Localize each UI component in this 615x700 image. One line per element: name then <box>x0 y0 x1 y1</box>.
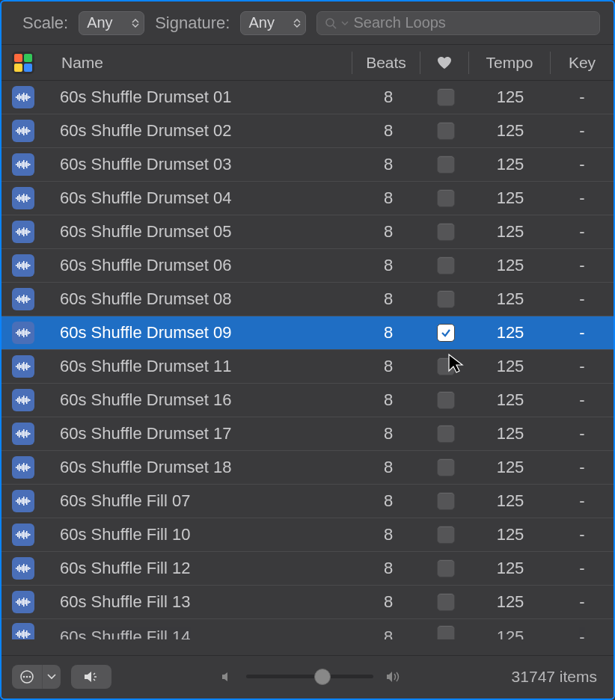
svg-rect-154 <box>19 598 20 606</box>
column-header-favorite[interactable] <box>420 55 468 70</box>
column-header-tempo[interactable]: Tempo <box>469 54 550 72</box>
favorite-checkbox[interactable] <box>437 88 455 106</box>
favorite-checkbox[interactable] <box>437 625 455 640</box>
svg-rect-52 <box>16 265 17 266</box>
svg-point-173 <box>23 675 25 678</box>
svg-rect-86 <box>22 363 23 369</box>
table-row[interactable]: 60s Shuffle Drumset 038125- <box>1 148 614 182</box>
svg-rect-82 <box>16 366 17 367</box>
favorite-checkbox[interactable] <box>437 526 455 544</box>
table-row[interactable]: 60s Shuffle Drumset 118125- <box>1 350 614 384</box>
loop-list[interactable]: 60s Shuffle Drumset 018125-60s Shuffle D… <box>1 81 614 655</box>
svg-rect-51 <box>29 231 31 233</box>
svg-rect-143 <box>17 566 19 571</box>
loop-key: - <box>551 188 614 208</box>
svg-rect-111 <box>29 433 31 435</box>
table-row[interactable]: 60s Shuffle Drumset 188125- <box>1 451 614 485</box>
table-row[interactable]: 60s Shuffle Fill 128125- <box>1 552 614 586</box>
loop-beats: 8 <box>355 592 422 612</box>
column-header-row: Name Beats Tempo Key <box>1 45 614 81</box>
svg-rect-59 <box>26 262 28 269</box>
svg-rect-16 <box>22 128 23 134</box>
column-header-beats[interactable]: Beats <box>352 54 420 72</box>
favorite-cell <box>422 621 470 639</box>
svg-rect-84 <box>19 363 20 370</box>
loop-beats: 8 <box>355 424 422 443</box>
view-toggle-button[interactable] <box>12 52 34 74</box>
svg-rect-152 <box>16 601 17 603</box>
scale-label: Scale: <box>22 13 68 33</box>
svg-rect-127 <box>23 497 25 506</box>
favorite-checkbox[interactable] <box>437 357 455 375</box>
svg-rect-10 <box>28 96 29 99</box>
table-row[interactable]: 60s Shuffle Drumset 098125- <box>1 316 614 350</box>
svg-rect-63 <box>17 297 19 301</box>
more-options-button[interactable] <box>12 665 42 689</box>
favorite-checkbox[interactable] <box>437 559 455 577</box>
loop-tempo: 125 <box>470 222 551 242</box>
loop-key: - <box>551 155 614 174</box>
favorite-checkbox[interactable] <box>437 458 455 476</box>
table-row[interactable]: 60s Shuffle Fill 148125- <box>1 619 614 639</box>
favorite-checkbox[interactable] <box>437 189 455 207</box>
favorite-checkbox[interactable] <box>437 391 455 409</box>
table-row[interactable]: 60s Shuffle Drumset 088125- <box>1 283 614 316</box>
loop-tempo: 125 <box>470 88 551 107</box>
column-header-name[interactable]: Name <box>45 54 352 72</box>
table-row[interactable]: 60s Shuffle Drumset 068125- <box>1 249 614 283</box>
favorite-checkbox[interactable] <box>437 122 455 140</box>
table-row[interactable]: 60s Shuffle Drumset 028125- <box>1 114 614 148</box>
svg-rect-165 <box>20 633 22 636</box>
loop-beats: 8 <box>355 627 422 640</box>
favorite-checkbox[interactable] <box>437 324 455 342</box>
favorite-cell <box>422 290 470 308</box>
svg-rect-7 <box>23 93 25 102</box>
favorite-cell <box>422 257 470 274</box>
volume-slider[interactable] <box>246 675 373 678</box>
favorite-checkbox[interactable] <box>437 425 455 443</box>
search-input[interactable]: Search Loops <box>316 11 600 35</box>
preview-button[interactable] <box>71 665 111 689</box>
svg-rect-23 <box>17 162 19 167</box>
svg-rect-93 <box>17 398 19 402</box>
favorite-checkbox[interactable] <box>437 223 455 241</box>
table-row[interactable]: 60s Shuffle Drumset 178125- <box>1 417 614 451</box>
audio-loop-icon <box>12 490 34 512</box>
svg-rect-145 <box>20 567 22 570</box>
scale-dropdown[interactable]: Any <box>79 11 144 35</box>
svg-rect-11 <box>29 96 31 98</box>
column-header-key[interactable]: Key <box>551 54 614 72</box>
svg-rect-157 <box>23 598 25 607</box>
favorite-checkbox[interactable] <box>437 156 455 174</box>
svg-rect-25 <box>20 163 22 166</box>
table-row[interactable]: 60s Shuffle Drumset 048125- <box>1 182 614 215</box>
svg-rect-30 <box>28 163 29 166</box>
svg-point-175 <box>29 675 31 678</box>
svg-rect-169 <box>26 630 28 638</box>
table-row[interactable]: 60s Shuffle Fill 078125- <box>1 485 614 518</box>
loop-beats: 8 <box>355 525 422 544</box>
more-options-chevron[interactable] <box>42 665 61 689</box>
loop-name: 60s Shuffle Drumset 08 <box>60 289 355 309</box>
table-row[interactable]: 60s Shuffle Fill 108125- <box>1 518 614 552</box>
signature-dropdown[interactable]: Any <box>240 11 306 35</box>
svg-rect-31 <box>29 164 31 165</box>
favorite-checkbox[interactable] <box>437 593 455 611</box>
loop-tempo: 125 <box>470 357 551 376</box>
svg-rect-72 <box>16 332 17 334</box>
favorite-checkbox[interactable] <box>437 290 455 308</box>
svg-rect-76 <box>22 330 23 336</box>
table-row[interactable]: 60s Shuffle Drumset 018125- <box>1 81 614 114</box>
table-row[interactable]: 60s Shuffle Fill 138125- <box>1 586 614 619</box>
audio-loop-icon <box>12 288 34 310</box>
svg-rect-19 <box>26 127 28 135</box>
svg-rect-29 <box>26 161 28 168</box>
favorite-checkbox[interactable] <box>437 257 455 274</box>
table-row[interactable]: 60s Shuffle Drumset 168125- <box>1 384 614 417</box>
svg-rect-170 <box>28 633 29 636</box>
table-row[interactable]: 60s Shuffle Drumset 058125- <box>1 215 614 249</box>
svg-rect-114 <box>19 464 20 471</box>
item-count: 31747 items <box>512 668 597 686</box>
volume-thumb[interactable] <box>314 669 331 685</box>
favorite-checkbox[interactable] <box>437 492 455 510</box>
